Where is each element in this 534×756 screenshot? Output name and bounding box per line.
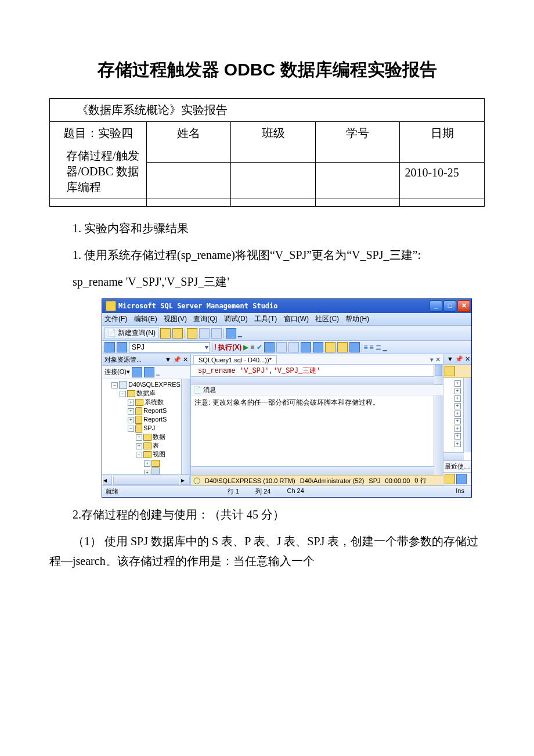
object-explorer-panel: 对象资源管... ▼ 📌 ✕ 连接(O)▾ ‗ −D40\SQLEXPRES −…: [102, 354, 191, 485]
topic-body: 存储过程/触发器/ODBC 数据库编程: [55, 148, 142, 195]
menu-view[interactable]: 视图(V): [164, 315, 187, 323]
options-icon[interactable]: [337, 342, 348, 352]
hdr-topic: 题目：实验四: [55, 125, 142, 141]
report-caption: 《数据库系统概论》实验报告: [50, 99, 485, 122]
results-file-icon[interactable]: [301, 342, 311, 352]
class-cell: [231, 163, 316, 199]
id-cell: [315, 163, 400, 199]
oe-connect-bar[interactable]: 连接(O)▾ ‗: [102, 366, 190, 379]
status-line: 行 1: [228, 487, 239, 496]
activity-monitor-icon[interactable]: [325, 342, 335, 352]
menu-bar[interactable]: 文件(F) 编辑(E) 视图(V) 查询(Q) 调试(D) 工具(T) 窗口(W…: [102, 313, 471, 326]
right-footer: 最近使…: [443, 460, 471, 472]
tab-close-icons[interactable]: ▾ ✕: [430, 356, 441, 363]
results-text-icon[interactable]: [288, 342, 299, 352]
prop-icon[interactable]: [445, 366, 455, 376]
db-engine-icon[interactable]: [104, 342, 115, 352]
save-icon[interactable]: [199, 328, 210, 339]
overflow-icon[interactable]: ‗: [383, 343, 387, 351]
hdr-id: 学号: [315, 122, 400, 163]
menu-debug[interactable]: 调试(D): [224, 315, 248, 323]
database-combo[interactable]: SPJ: [129, 342, 210, 352]
menu-tools[interactable]: 工具(T): [254, 315, 277, 323]
footer-icon-2[interactable]: [456, 474, 467, 484]
right-panel-header[interactable]: ▼ 📌 ✕: [443, 354, 471, 365]
debug-play-icon[interactable]: ▶: [243, 343, 248, 351]
step-heading: 1. 实验内容和步骤结果: [49, 218, 485, 238]
outdent-icon[interactable]: ≡: [370, 343, 374, 351]
editor-scroll-h[interactable]: [191, 376, 434, 385]
messages-tab[interactable]: 📄 消息: [191, 385, 443, 395]
open-2-icon[interactable]: [172, 328, 183, 339]
info-table: 《数据库系统概论》实验报告 题目：实验四 存储过程/触发器/ODBC 数据库编程…: [49, 98, 485, 207]
editor-scroll-v[interactable]: [434, 365, 443, 384]
specify-icon[interactable]: ≣: [376, 343, 381, 351]
comment-icon[interactable]: [313, 342, 323, 352]
oe-tree[interactable]: −D40\SQLEXPRES −数据库 +系统数 +ReportS +Repor…: [102, 379, 190, 474]
menu-file[interactable]: 文件(F): [104, 315, 127, 323]
new-query-button[interactable]: 📄 新建查询(N): [104, 327, 158, 339]
ssms-titlebar[interactable]: Microsoft SQL Server Management Studio _…: [102, 299, 471, 313]
properties-grid[interactable]: +++++++++: [443, 378, 471, 460]
msgs-scroll-h[interactable]: [191, 466, 434, 475]
menu-window[interactable]: 窗口(W): [284, 315, 309, 323]
stop-icon: ■: [250, 343, 254, 351]
hdr-class: 班级: [231, 122, 316, 163]
status-ready: 就绪: [106, 487, 118, 496]
ssms-title: Microsoft SQL Server Management Studio: [118, 302, 428, 310]
oe-scroll-v[interactable]: [181, 379, 190, 474]
sql-line: sp_rename 'V_SPJ','V_SPJ_三建': [73, 272, 485, 291]
step1-text: 1. 使用系统存储过程(sp_rename)将视图“V_SPJ”更名为“V_SP…: [49, 245, 485, 265]
minimize-button[interactable]: _: [430, 300, 442, 312]
editor-tab[interactable]: SQLQuery1.sql - D40...))*: [193, 355, 277, 364]
menu-help[interactable]: 帮助(H): [345, 315, 369, 323]
sql-editor-toolbar: SPJ ! 执行(X) ▶ ■ ✔ ≡ ≡ ≣ ‗: [102, 341, 471, 354]
save-all-icon[interactable]: [211, 328, 222, 339]
oe-scroll-left-icon[interactable]: ◂: [103, 476, 112, 485]
standard-toolbar: 📄 新建查询(N) ‗: [102, 326, 471, 341]
connect-icon[interactable]: [132, 367, 142, 377]
parse-check-icon[interactable]: ✔: [257, 343, 262, 351]
query-status-bar: ◯ D40\SQLEXPRESS (10.0 RTM) D40\Administ…: [191, 475, 443, 485]
ssms-app-icon: [106, 301, 116, 311]
sql-editor[interactable]: sp_rename 'V_SPJ','V_SPJ_三建': [191, 365, 443, 385]
hdr-name: 姓名: [146, 122, 231, 163]
date-cell: 2010-10-25: [400, 163, 485, 199]
open-icon[interactable]: [160, 328, 171, 339]
right-scroll-v[interactable]: [463, 378, 471, 452]
results-grid-icon[interactable]: [276, 342, 287, 352]
document-page: 存储过程触发器 ODBC 数据库编程实验报告 《数据库系统概论》实验报告 题目：…: [0, 0, 534, 601]
menu-community[interactable]: 社区(C): [315, 315, 339, 323]
page-title: 存储过程触发器 ODBC 数据库编程实验报告: [49, 58, 485, 82]
name-cell: [146, 163, 231, 199]
disconnect-icon[interactable]: [144, 367, 154, 377]
step2-body: （1） 使用 SPJ 数据库中的 S 表、P 表、J 表、SPJ 表，创建一个带…: [49, 531, 485, 571]
oe-title: 对象资源管...: [104, 355, 142, 364]
folder-open-icon[interactable]: [187, 328, 197, 339]
right-scroll-h[interactable]: [443, 452, 464, 460]
close-button[interactable]: ✕: [457, 300, 470, 312]
oe-scroll-h[interactable]: [113, 476, 179, 485]
registered-servers-icon[interactable]: [226, 328, 236, 339]
editor-area: SQLQuery1.sql - D40...))* ▾ ✕ sp_rename …: [191, 354, 443, 485]
execute-button[interactable]: ! 执行(X): [214, 343, 241, 352]
step2-text: 2.存储过程的创建与使用：（共计 45 分）: [49, 505, 485, 524]
msgs-scroll-v[interactable]: [434, 395, 443, 475]
db-engine-2-icon[interactable]: [117, 342, 127, 352]
menu-query[interactable]: 查询(Q): [193, 315, 217, 323]
hdr-date: 日期: [400, 122, 485, 163]
maximize-button[interactable]: □: [443, 300, 456, 312]
messages-pane: 注意: 更改对象名的任一部分都可能会破坏脚本和存储过程。: [191, 395, 443, 475]
menu-edit[interactable]: 编辑(E): [134, 315, 157, 323]
include-plan-icon[interactable]: [349, 342, 360, 352]
status-ch: Ch 24: [287, 487, 304, 496]
properties-panel: ▼ 📌 ✕ +++++++++ 最近使…: [443, 354, 471, 485]
status-col: 列 24: [255, 487, 270, 496]
indent-icon[interactable]: ≡: [364, 343, 368, 351]
oe-scroll-right-icon[interactable]: ▸: [181, 476, 190, 485]
footer-icon-1[interactable]: [445, 474, 455, 484]
status-bar: 就绪 行 1 列 24 Ch 24 Ins: [102, 485, 471, 497]
oe-pin-icons[interactable]: ▼ 📌 ✕: [165, 356, 188, 363]
toolbar-overflow-icon[interactable]: ‗: [238, 329, 242, 337]
plan-icon[interactable]: [264, 342, 275, 352]
